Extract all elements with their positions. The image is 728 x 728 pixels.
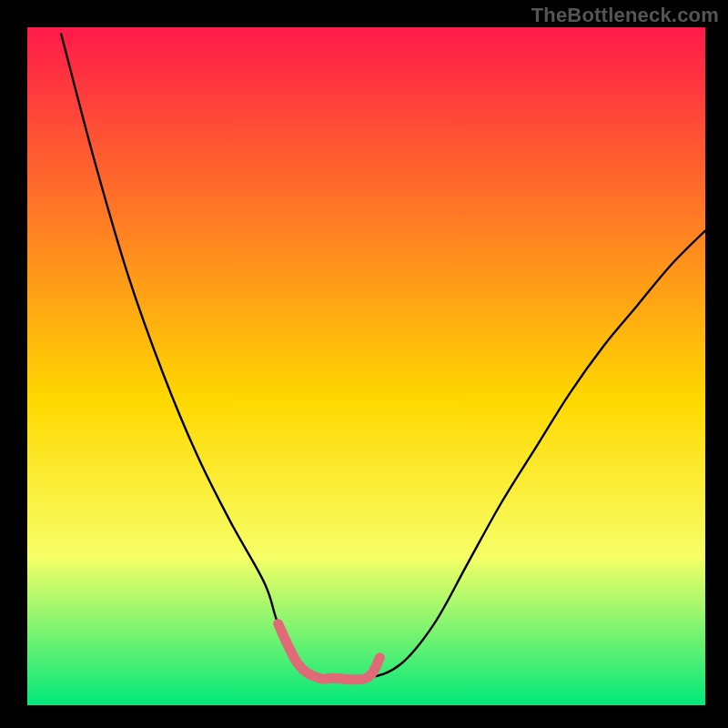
watermark-text: TheBottleneck.com: [531, 4, 719, 27]
plot-background: [27, 27, 705, 705]
chart-stage: TheBottleneck.com: [0, 0, 728, 728]
bottleneck-chart: [0, 0, 728, 728]
